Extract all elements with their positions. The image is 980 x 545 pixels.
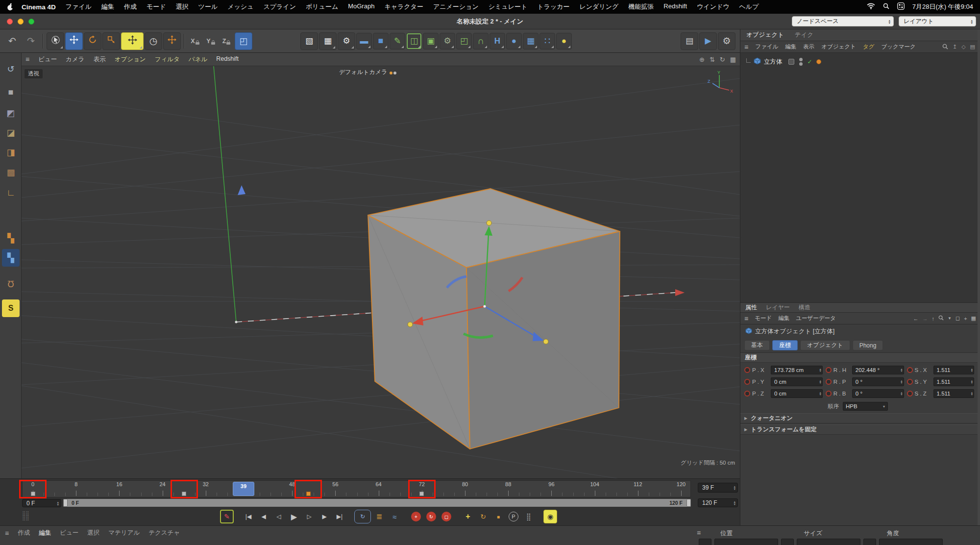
edit-render-settings-button[interactable]: ⚙ (338, 32, 355, 50)
am-tab-2[interactable]: 構造 (799, 303, 810, 312)
camera-label[interactable]: デフォルトカメラ (339, 68, 396, 76)
spinner-arrows-icon[interactable]: ▴▾ (970, 392, 973, 396)
move-tool[interactable] (65, 32, 83, 50)
nodespace-dropdown[interactable]: ノードスペース ▴▾ (792, 16, 894, 26)
mograph-button[interactable]: ∷ (539, 33, 555, 50)
om-menu-3[interactable]: オブジェクト (821, 43, 856, 50)
right-panel-scrollbar[interactable] (978, 29, 980, 525)
menubar-clock[interactable]: 7月28日(水) 午後9:04 (912, 2, 973, 11)
keyframe-dot-r1[interactable] (826, 379, 832, 385)
spinner-arrows-icon[interactable]: ▴▾ (734, 485, 735, 490)
coord-input-rb[interactable]: 0 °▴▾ (852, 389, 904, 398)
menu-1[interactable]: 編集 (101, 2, 114, 11)
spinner-arrows-icon[interactable]: ▴▾ (900, 380, 902, 384)
range-handle-right[interactable] (686, 499, 691, 507)
prev-frame-button[interactable]: ◁ (272, 510, 286, 523)
viewport-canvas[interactable]: 透視 デフォルトカメラ Y X Z グリッド間隔 : 50 cm (22, 66, 740, 478)
gizmo-interaction-button[interactable]: ◷ (145, 32, 162, 50)
modeling-gear-button[interactable]: ⚙ (440, 33, 455, 50)
om-menu-icon[interactable]: ≡ (744, 43, 748, 51)
menu-3[interactable]: モード (147, 2, 166, 11)
menu-14[interactable]: レンダリング (580, 2, 619, 11)
record-position-button[interactable]: + (409, 510, 423, 523)
viewport-menu-5[interactable]: パネル (189, 55, 207, 64)
edges-mode-button[interactable]: ◪ (2, 124, 20, 142)
am-tab-0[interactable]: 属性 (745, 303, 757, 312)
prev-key-button[interactable]: ◀ (257, 510, 270, 523)
current-frame-marker[interactable]: 39 (233, 482, 254, 496)
range-start-field[interactable]: 0 F ▴▾ (22, 499, 61, 507)
menu-8[interactable]: ボリューム (306, 2, 338, 11)
om-menu-0[interactable]: ファイル (755, 43, 778, 50)
om-menu-1[interactable]: 編集 (785, 43, 796, 50)
spline-pen-button[interactable]: ✎ (390, 33, 405, 50)
menu-12[interactable]: シミュレート (489, 2, 528, 11)
quaternion-section[interactable]: ▶ クォータニオン (740, 413, 980, 423)
om-diamond-icon[interactable]: ◇ (961, 44, 965, 50)
am-menu-0[interactable]: モード (755, 315, 772, 322)
keyframe-dot-s1[interactable] (907, 379, 913, 385)
spinner-arrows-icon[interactable]: ▴▾ (900, 368, 902, 372)
record-scale-button[interactable]: ◻ (440, 510, 453, 523)
menu-9[interactable]: MoGraph (348, 2, 374, 11)
filter-icon[interactable]: ▼ (948, 316, 952, 321)
model-mode-button[interactable]: ■ (2, 83, 20, 101)
am-menu-icon[interactable]: ≡ (744, 315, 748, 322)
scale-tool[interactable] (102, 32, 120, 50)
lock-x-axis-button[interactable]: X (188, 32, 202, 50)
workplane-mode-button[interactable]: ∟ (2, 184, 20, 201)
undo-button[interactable]: ↶ (3, 32, 21, 50)
object-row-cube[interactable]: 立方体 ✓ (740, 56, 980, 68)
spinner-arrows-icon[interactable]: ▴▾ (970, 380, 973, 384)
cube-object-button[interactable]: ■ (373, 33, 389, 50)
history-forward-icon[interactable]: → (923, 316, 928, 322)
spotlight-search-icon[interactable] (883, 2, 889, 11)
next-key-button[interactable]: ▶ (318, 510, 331, 523)
lock-panel-icon[interactable]: ◻ (956, 315, 960, 322)
volume-builder-button[interactable]: ◰ (456, 33, 472, 50)
attribute-tab-2[interactable]: オブジェクト (800, 340, 850, 350)
texture-mode-button[interactable]: ▩ (2, 164, 20, 181)
viewport-layout-icon[interactable]: ▦ (730, 56, 736, 63)
bend-deformer-button[interactable]: ∩ (473, 33, 489, 50)
object-tree[interactable]: 立方体 ✓ (740, 53, 980, 303)
am-tab-1[interactable]: レイヤー (766, 303, 790, 312)
viewport-menu-icon[interactable]: ≡ (25, 55, 29, 63)
field-object-button[interactable]: ● (506, 33, 522, 50)
subdivision-surface-button[interactable]: ◫ (406, 33, 422, 50)
menu-4[interactable]: 選択 (176, 2, 189, 11)
spline-helper-button[interactable]: H (490, 33, 505, 50)
autokey-toggle[interactable]: ◉ (543, 510, 557, 523)
add-icon[interactable]: + (964, 316, 967, 322)
coord-input-pz[interactable]: 0 cm▴▾ (771, 389, 823, 398)
settings-button[interactable]: ⚙ (718, 32, 735, 50)
set-keyframe-button[interactable]: ✎ (220, 510, 234, 523)
coordman-menu-icon[interactable]: ≡ (697, 529, 701, 537)
rotate-tool[interactable] (84, 32, 101, 50)
spinner-arrows-icon[interactable]: ▴▾ (900, 392, 902, 396)
palette-grip[interactable]: ⣿⣿⣿⣿ (22, 511, 31, 520)
coordman-axis-select[interactable] (863, 539, 876, 545)
redo-button[interactable]: ↷ (22, 32, 40, 50)
grid-icon[interactable]: ▦ (971, 315, 976, 322)
spinner-arrows-icon[interactable]: ▴▾ (734, 500, 735, 505)
material-manager-menu-icon[interactable]: ≡ (5, 529, 9, 537)
viewport-menu-4[interactable]: フィルタ (155, 55, 180, 64)
coord-input-px[interactable]: 173.728 cm▴▾ (771, 366, 823, 374)
coordman-axis-select[interactable] (699, 539, 711, 545)
om-tab-1[interactable]: テイク (795, 31, 813, 39)
goto-end-button[interactable]: ▶| (333, 510, 346, 523)
lock-y-axis-button[interactable]: Y (203, 32, 218, 50)
spinner-arrows-icon[interactable]: ▴▾ (819, 392, 821, 396)
lock-z-axis-button[interactable]: Z (219, 32, 234, 50)
menu-11[interactable]: アニメーション (433, 2, 479, 11)
keyframe-scale-toggle[interactable]: ■ (491, 510, 505, 523)
cloner-button[interactable]: ▣ (423, 33, 439, 50)
play-sound-button[interactable]: ≣ (372, 510, 386, 523)
coordman-size-input[interactable] (797, 539, 860, 545)
coord-input-py[interactable]: 0 cm▴▾ (771, 377, 823, 386)
visibility-dots[interactable] (799, 58, 803, 66)
am-menu-2[interactable]: ユーザーデータ (796, 315, 836, 322)
keyframe-dot-p2[interactable] (744, 391, 750, 396)
layout-dropdown[interactable]: レイアウト ▴▾ (899, 16, 976, 26)
